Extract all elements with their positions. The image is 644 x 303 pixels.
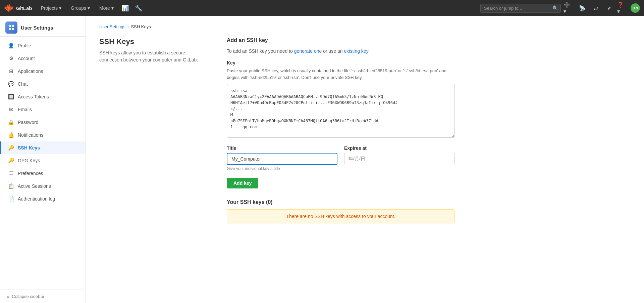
sidebar-label-chat: Chat [18,81,28,87]
sidebar-label-gpg-keys: GPG Keys [18,158,40,163]
svg-rect-3 [12,28,14,30]
search-wrap: 🔍 [480,4,561,13]
existing-key-link[interactable]: existing key [344,48,369,54]
brand-name: GitLab [16,5,32,11]
sidebar-item-password[interactable]: 🔒 Password [0,116,86,129]
notifications-icon: 🔔 [8,132,14,138]
top-navigation: GitLab Projects ▾ Groups ▾ More ▾ 📊 🔧 🔍 … [0,0,644,16]
title-label: Title [227,145,337,151]
svg-rect-1 [12,25,14,27]
content-wrap: SSH Keys SSH keys allow you to establish… [99,37,631,223]
key-section-label: Key [227,60,455,66]
sidebar-label-preferences: Preferences [18,171,43,176]
nav-more[interactable]: More ▾ [96,4,117,12]
sidebar-label-notifications: Notifications [18,132,43,138]
brand-logo[interactable]: GitLab [4,3,32,13]
add-key-button[interactable]: Add key [227,178,258,188]
nav-groups[interactable]: Groups ▾ [67,4,93,12]
svg-rect-2 [9,28,11,30]
collapse-sidebar-button[interactable]: « Collapse sidebar [0,290,86,303]
search-input[interactable] [480,4,561,13]
help-button[interactable]: ❓ ▾ [617,3,628,13]
your-keys-title: Your SSH keys (0) [227,199,455,205]
sidebar: User Settings 👤 Profile ⚙ Account ⊞ Appl… [0,16,86,303]
profile-icon: 👤 [8,43,14,49]
chevron-down-icon: ▾ [59,5,61,11]
password-icon: 🔒 [8,119,14,125]
breadcrumb: User Settings › SSH Keys [99,24,631,29]
sidebar-label-applications: Applications [18,69,43,74]
user-settings-icon [5,21,17,34]
chevron-down-icon: ▾ [88,5,90,11]
preferences-icon: ☰ [8,170,14,176]
sidebar-label-ssh-keys: SSH Keys [18,145,40,150]
user-avatar[interactable]: U ▾ [631,3,640,13]
gitlab-logo-icon [4,3,13,13]
emails-icon: ✉ [8,106,14,113]
svg-rect-0 [9,25,11,27]
sidebar-item-active-sessions[interactable]: 📋 Active Sessions [0,180,86,192]
sidebar-header: User Settings [0,16,86,37]
chat-icon: 💬 [8,81,14,87]
sidebar-item-emails[interactable]: ✉ Emails [0,103,86,116]
sidebar-item-notifications[interactable]: 🔔 Notifications [0,129,86,141]
title-form-group: Title Give your individual key a title [227,145,337,171]
breadcrumb-parent-link[interactable]: User Settings [99,24,125,29]
sidebar-label-account: Account [18,56,35,61]
settings-svg-icon [8,24,15,31]
sidebar-label-password: Password [18,120,38,125]
new-item-button[interactable]: ➕ ▾ [564,3,574,13]
auth-log-icon: 📄 [8,196,14,202]
sidebar-label-emails: Emails [18,107,32,112]
expires-label: Expires at [344,145,455,151]
add-key-title: Add an SSH key [227,37,455,43]
sidebar-label-auth-log: Authentication log [18,196,55,202]
page-title: SSH Keys [99,37,207,46]
sidebar-navigation: 👤 Profile ⚙ Account ⊞ Applications 💬 Cha… [0,37,86,208]
collapse-arrows-icon: « [7,294,9,299]
account-icon: ⚙ [8,55,14,61]
sidebar-item-access-tokens[interactable]: 🔲 Access Tokens [0,90,86,103]
breadcrumb-current: SSH Keys [131,24,151,29]
sidebar-label-access-tokens: Access Tokens [18,94,49,99]
title-input[interactable] [227,153,337,165]
active-sessions-icon: 📋 [8,183,14,189]
sidebar-label-profile: Profile [18,43,31,48]
sidebar-item-account[interactable]: ⚙ Account [0,52,86,65]
ssh-key-textarea[interactable] [227,84,455,138]
sidebar-item-applications[interactable]: ⊞ Applications [0,65,86,78]
sidebar-item-ssh-keys[interactable]: 🔑 SSH Keys [0,141,86,154]
access-tokens-icon: 🔲 [8,94,14,100]
ssh-keys-icon: 🔑 [8,145,14,151]
applications-icon: ⊞ [8,68,14,74]
right-panel: Add an SSH key To add an SSH key you nee… [227,37,455,223]
title-hint: Give your individual key a title [227,166,337,171]
sidebar-item-preferences[interactable]: ☰ Preferences [0,167,86,180]
key-description: Paste your public SSH key, which is usua… [227,68,455,81]
sidebar-item-chat[interactable]: 💬 Chat [0,78,86,90]
sidebar-label-active-sessions: Active Sessions [18,183,51,189]
form-row: Title Give your individual key a title E… [227,145,455,171]
collapse-sidebar-label: Collapse sidebar [12,294,44,299]
todo-button[interactable]: ✔ [604,3,614,13]
main-layout: User Settings 👤 Profile ⚙ Account ⊞ Appl… [0,16,644,303]
broadcast-icon-button[interactable]: 📡 [577,3,588,13]
merge-request-button[interactable]: ⇄ [590,3,601,13]
expires-input[interactable] [344,153,455,164]
sidebar-item-profile[interactable]: 👤 Profile [0,39,86,52]
chart-button[interactable]: 📊 [120,3,130,13]
search-icon: 🔍 [552,5,558,11]
main-content-area: User Settings › SSH Keys SSH Keys SSH ke… [86,16,644,303]
sidebar-item-auth-log[interactable]: 📄 Authentication log [0,192,86,205]
nav-projects[interactable]: Projects ▾ [38,4,65,12]
page-description: SSH keys allow you to establish a secure… [99,49,207,63]
left-panel: SSH Keys SSH keys allow you to establish… [99,37,207,223]
add-ssh-key-section: Add an SSH key To add an SSH key you nee… [227,37,455,188]
sidebar-title: User Settings [21,25,53,31]
add-key-intro: To add an SSH key you need to generate o… [227,47,455,55]
your-ssh-keys-section: Your SSH keys (0) There are no SSH keys … [227,199,455,223]
generate-one-link[interactable]: generate one [294,48,322,54]
wrench-button[interactable]: 🔧 [133,3,144,13]
sidebar-item-gpg-keys[interactable]: 🔑 GPG Keys [0,154,86,167]
breadcrumb-separator: › [127,24,129,29]
